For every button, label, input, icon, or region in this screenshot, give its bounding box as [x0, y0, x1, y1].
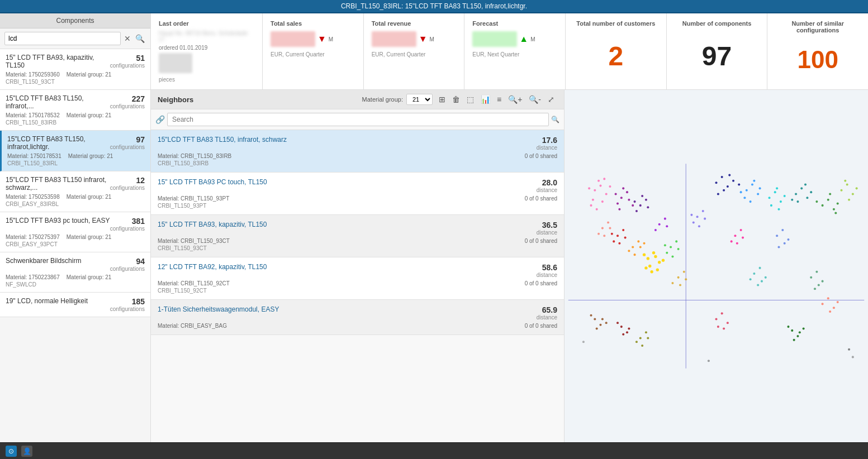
sidebar-item-2[interactable]: 15"LCD TFT BA83 TL150, infrarot,... 227 … — [0, 90, 150, 131]
svg-point-109 — [620, 326, 623, 328]
svg-point-43 — [768, 197, 770, 199]
expand-button[interactable]: ⤢ — [545, 93, 557, 106]
svg-point-171 — [658, 223, 661, 226]
svg-point-21 — [639, 204, 642, 207]
svg-point-114 — [639, 337, 642, 339]
neighbors-search-input[interactable] — [167, 113, 549, 126]
svg-point-101 — [671, 255, 673, 257]
revenue-m-label: M — [430, 36, 434, 42]
neighbor-name-5: 1-Tüten Sicherheitswaagenmodul, EASY — [158, 305, 279, 313]
stat-card-similar-configs: Number of similar configurations 100 — [767, 13, 868, 89]
svg-point-164 — [582, 341, 585, 343]
svg-point-112 — [628, 327, 630, 329]
user-icon: 👤 — [23, 447, 31, 455]
svg-point-74 — [648, 265, 651, 267]
bottom-icon-user[interactable]: 👤 — [21, 446, 32, 457]
search-button[interactable]: 🔍 — [134, 33, 146, 44]
bottom-icon-home[interactable]: ⊙ — [6, 446, 17, 457]
svg-point-70 — [647, 257, 649, 260]
scatter-area[interactable] — [565, 90, 868, 442]
item-code-5: CRBI_EASY_93PCT — [6, 241, 145, 247]
sidebar-item-5[interactable]: 15"LCD TFT BA93 pc touch, EASY 381 confi… — [0, 212, 150, 252]
total-revenue-unit: EUR, Current Quarter — [372, 51, 457, 58]
search-input[interactable] — [4, 32, 121, 45]
item-meta-5: Material: 1750275397 Material group: 21 — [6, 234, 145, 240]
svg-point-55 — [810, 191, 812, 193]
neighbor-distance-1: 17.6 distance — [537, 136, 557, 151]
svg-point-119 — [791, 329, 793, 332]
svg-point-90 — [618, 242, 620, 245]
svg-point-23 — [635, 210, 638, 212]
svg-point-34 — [728, 174, 731, 176]
svg-point-62 — [815, 200, 818, 203]
item-name-7: 19" LCD, normale Helligkeit — [6, 297, 110, 305]
svg-point-40 — [759, 187, 761, 189]
num-components-title: Number of components — [682, 20, 751, 27]
sidebar-item-6[interactable]: Schwenkbarer Bildschirm 94 configuration… — [0, 252, 150, 293]
svg-point-25 — [641, 195, 643, 197]
svg-point-53 — [796, 200, 799, 203]
item-code-2: CRBI_TL150_83IRB — [6, 119, 145, 126]
sidebar-item-7[interactable]: 19" LCD, normale Helligkeit 185 configur… — [0, 293, 150, 317]
svg-point-30 — [732, 180, 734, 182]
svg-point-54 — [804, 184, 807, 186]
svg-point-98 — [675, 240, 677, 242]
svg-point-50 — [795, 193, 797, 195]
clear-search-button[interactable]: ✕ — [123, 33, 132, 44]
neighbor-item-2[interactable]: 15" LCD TFT BA93 PC touch, TL150 28.0 di… — [151, 173, 564, 215]
svg-point-17 — [622, 187, 624, 189]
svg-point-66 — [852, 193, 854, 195]
total-revenue-title: Total revenue — [372, 20, 457, 27]
sales-m-label: M — [329, 36, 333, 42]
svg-point-150 — [829, 310, 831, 313]
grid-view-button[interactable]: ⊞ — [436, 93, 448, 106]
svg-point-24 — [647, 206, 649, 208]
neighbor-item-4[interactable]: 12" LCD TFT BA92, kapazitiv, TL150 58.6 … — [151, 257, 564, 300]
svg-point-59 — [833, 208, 835, 211]
svg-point-83 — [639, 246, 642, 248]
chart-button[interactable]: 📊 — [478, 93, 493, 106]
svg-point-165 — [708, 360, 710, 362]
svg-point-137 — [759, 267, 761, 269]
svg-point-131 — [734, 235, 736, 237]
svg-point-168 — [671, 282, 673, 284]
svg-point-51 — [800, 187, 803, 189]
neighbor-item-3[interactable]: 15" LCD TFT BA93, kapazitiv, TL150 36.5 … — [151, 215, 564, 257]
material-group-select[interactable]: 21 — [406, 94, 433, 105]
sidebar-item-3[interactable]: 15"LCD TFT BA83 TL150, infrarot,lichtgr.… — [0, 131, 150, 171]
layout-button[interactable]: ⬚ — [464, 93, 477, 106]
svg-point-2 — [594, 189, 596, 192]
list-button[interactable]: ≡ — [494, 93, 504, 106]
stat-card-customers: Total number of customers 2 — [566, 13, 667, 89]
svg-point-84 — [634, 254, 636, 256]
zoom-out-button[interactable]: 🔍- — [526, 93, 544, 106]
svg-point-128 — [704, 218, 706, 220]
neighbor-item-5[interactable]: 1-Tüten Sicherheitswaagenmodul, EASY 65.… — [151, 300, 564, 335]
svg-point-28 — [721, 176, 723, 178]
svg-point-120 — [796, 335, 799, 337]
sidebar-item-4[interactable]: 15"LCD TFT BA83 TL150 infrarot, schwarz,… — [0, 171, 150, 212]
item-name-5: 15"LCD TFT BA93 pc touch, EASY — [6, 217, 110, 224]
material-group-label: Material group: — [362, 96, 403, 103]
svg-point-172 — [664, 218, 666, 220]
neighbor-meta-1: Material: CRBI_TL150_83IRB 0 of 0 shared — [158, 153, 557, 159]
svg-point-65 — [846, 184, 848, 186]
zoom-in-button[interactable]: 🔍+ — [505, 93, 525, 106]
svg-point-159 — [822, 280, 824, 283]
svg-point-29 — [727, 185, 729, 188]
svg-point-56 — [791, 199, 793, 201]
svg-point-97 — [670, 246, 672, 248]
svg-point-76 — [662, 259, 665, 262]
neighbor-distance-3: 36.5 distance — [537, 221, 557, 236]
neighbors-panel: Neighbors Material group: 21 ⊞ 🗑 ⬚ 📊 — [151, 90, 565, 442]
sidebar-item-1[interactable]: 15" LCD TFT BA93, kapazitiv, TL150 51 co… — [0, 49, 150, 90]
svg-point-170 — [679, 284, 681, 286]
neighbors-header: Neighbors Material group: 21 ⊞ 🗑 ⬚ 📊 — [151, 90, 564, 109]
delete-button[interactable]: 🗑 — [449, 93, 463, 106]
neighbor-meta-2: Material: CRBI_TL150_93PT 0 of 0 shared — [158, 195, 557, 202]
svg-point-123 — [793, 339, 795, 341]
neighbor-meta-3: Material: CRBI_TL150_93CT 0 of 0 shared — [158, 238, 557, 244]
svg-point-136 — [753, 272, 755, 275]
neighbor-item-1[interactable]: 15"LCD TFT BA83 TL150, infrarot, schwarz… — [151, 130, 564, 173]
svg-point-106 — [601, 318, 604, 320]
